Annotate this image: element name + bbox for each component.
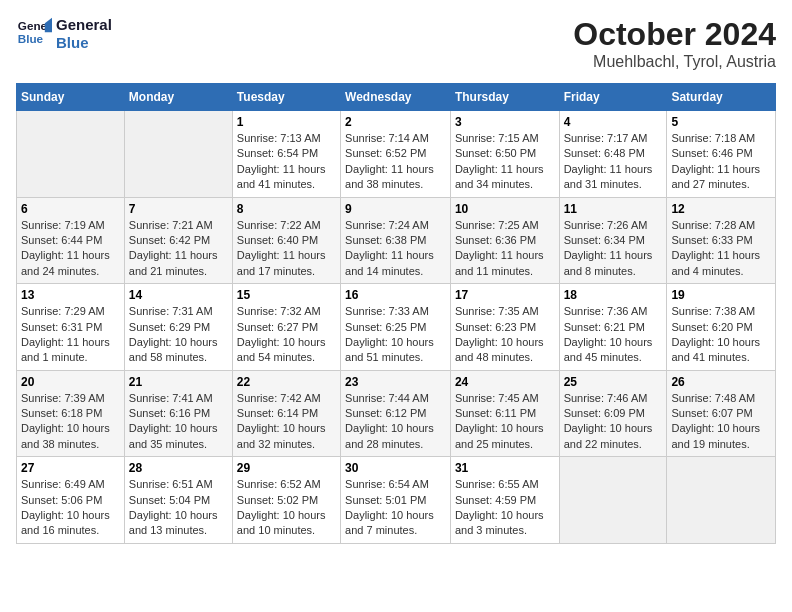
- daylight-text: Daylight: 10 hours and 54 minutes.: [237, 335, 336, 366]
- logo-line1: General: [56, 16, 112, 34]
- sunrise-text: Sunrise: 7:15 AM: [455, 131, 555, 146]
- sunrise-text: Sunrise: 7:25 AM: [455, 218, 555, 233]
- calendar-cell: 29 Sunrise: 6:52 AM Sunset: 5:02 PM Dayl…: [232, 457, 340, 544]
- sunrise-text: Sunrise: 6:54 AM: [345, 477, 446, 492]
- cell-content: Sunrise: 7:45 AM Sunset: 6:11 PM Dayligh…: [455, 391, 555, 453]
- calendar-week-row: 6 Sunrise: 7:19 AM Sunset: 6:44 PM Dayli…: [17, 197, 776, 284]
- sunset-text: Sunset: 4:59 PM: [455, 493, 555, 508]
- day-number: 12: [671, 202, 771, 216]
- sunrise-text: Sunrise: 7:19 AM: [21, 218, 120, 233]
- sunset-text: Sunset: 5:01 PM: [345, 493, 446, 508]
- day-number: 28: [129, 461, 228, 475]
- day-number: 24: [455, 375, 555, 389]
- cell-content: Sunrise: 7:14 AM Sunset: 6:52 PM Dayligh…: [345, 131, 446, 193]
- sunset-text: Sunset: 6:23 PM: [455, 320, 555, 335]
- daylight-text: Daylight: 11 hours and 21 minutes.: [129, 248, 228, 279]
- sunset-text: Sunset: 6:50 PM: [455, 146, 555, 161]
- daylight-text: Daylight: 11 hours and 8 minutes.: [564, 248, 663, 279]
- calendar-cell: 14 Sunrise: 7:31 AM Sunset: 6:29 PM Dayl…: [124, 284, 232, 371]
- daylight-text: Daylight: 10 hours and 3 minutes.: [455, 508, 555, 539]
- daylight-text: Daylight: 11 hours and 14 minutes.: [345, 248, 446, 279]
- sunrise-text: Sunrise: 7:42 AM: [237, 391, 336, 406]
- daylight-text: Daylight: 10 hours and 19 minutes.: [671, 421, 771, 452]
- calendar-cell: 27 Sunrise: 6:49 AM Sunset: 5:06 PM Dayl…: [17, 457, 125, 544]
- sunrise-text: Sunrise: 6:49 AM: [21, 477, 120, 492]
- calendar-cell: 8 Sunrise: 7:22 AM Sunset: 6:40 PM Dayli…: [232, 197, 340, 284]
- sunrise-text: Sunrise: 7:14 AM: [345, 131, 446, 146]
- sunrise-text: Sunrise: 7:35 AM: [455, 304, 555, 319]
- cell-content: Sunrise: 7:13 AM Sunset: 6:54 PM Dayligh…: [237, 131, 336, 193]
- sunset-text: Sunset: 6:33 PM: [671, 233, 771, 248]
- calendar-table: SundayMondayTuesdayWednesdayThursdayFrid…: [16, 83, 776, 544]
- header-saturday: Saturday: [667, 84, 776, 111]
- calendar-cell: 22 Sunrise: 7:42 AM Sunset: 6:14 PM Dayl…: [232, 370, 340, 457]
- daylight-text: Daylight: 10 hours and 28 minutes.: [345, 421, 446, 452]
- sunset-text: Sunset: 5:04 PM: [129, 493, 228, 508]
- daylight-text: Daylight: 10 hours and 58 minutes.: [129, 335, 228, 366]
- cell-content: Sunrise: 7:46 AM Sunset: 6:09 PM Dayligh…: [564, 391, 663, 453]
- calendar-cell: 17 Sunrise: 7:35 AM Sunset: 6:23 PM Dayl…: [450, 284, 559, 371]
- calendar-cell: 7 Sunrise: 7:21 AM Sunset: 6:42 PM Dayli…: [124, 197, 232, 284]
- calendar-cell: [17, 111, 125, 198]
- day-number: 25: [564, 375, 663, 389]
- daylight-text: Daylight: 11 hours and 11 minutes.: [455, 248, 555, 279]
- cell-content: Sunrise: 7:35 AM Sunset: 6:23 PM Dayligh…: [455, 304, 555, 366]
- calendar-cell: 11 Sunrise: 7:26 AM Sunset: 6:34 PM Dayl…: [559, 197, 667, 284]
- sunrise-text: Sunrise: 7:24 AM: [345, 218, 446, 233]
- daylight-text: Daylight: 11 hours and 4 minutes.: [671, 248, 771, 279]
- calendar-cell: 1 Sunrise: 7:13 AM Sunset: 6:54 PM Dayli…: [232, 111, 340, 198]
- daylight-text: Daylight: 10 hours and 35 minutes.: [129, 421, 228, 452]
- sunset-text: Sunset: 6:52 PM: [345, 146, 446, 161]
- sunset-text: Sunset: 6:21 PM: [564, 320, 663, 335]
- sunrise-text: Sunrise: 7:13 AM: [237, 131, 336, 146]
- daylight-text: Daylight: 11 hours and 38 minutes.: [345, 162, 446, 193]
- calendar-cell: 25 Sunrise: 7:46 AM Sunset: 6:09 PM Dayl…: [559, 370, 667, 457]
- day-number: 8: [237, 202, 336, 216]
- sunset-text: Sunset: 6:54 PM: [237, 146, 336, 161]
- cell-content: Sunrise: 7:18 AM Sunset: 6:46 PM Dayligh…: [671, 131, 771, 193]
- sunset-text: Sunset: 5:02 PM: [237, 493, 336, 508]
- daylight-text: Daylight: 10 hours and 48 minutes.: [455, 335, 555, 366]
- calendar-cell: [559, 457, 667, 544]
- cell-content: Sunrise: 7:19 AM Sunset: 6:44 PM Dayligh…: [21, 218, 120, 280]
- daylight-text: Daylight: 10 hours and 45 minutes.: [564, 335, 663, 366]
- header-tuesday: Tuesday: [232, 84, 340, 111]
- sunset-text: Sunset: 6:16 PM: [129, 406, 228, 421]
- calendar-cell: [667, 457, 776, 544]
- day-number: 5: [671, 115, 771, 129]
- calendar-cell: 20 Sunrise: 7:39 AM Sunset: 6:18 PM Dayl…: [17, 370, 125, 457]
- calendar-week-row: 1 Sunrise: 7:13 AM Sunset: 6:54 PM Dayli…: [17, 111, 776, 198]
- sunset-text: Sunset: 6:14 PM: [237, 406, 336, 421]
- header-monday: Monday: [124, 84, 232, 111]
- day-number: 14: [129, 288, 228, 302]
- cell-content: Sunrise: 6:55 AM Sunset: 4:59 PM Dayligh…: [455, 477, 555, 539]
- cell-content: Sunrise: 7:22 AM Sunset: 6:40 PM Dayligh…: [237, 218, 336, 280]
- day-number: 4: [564, 115, 663, 129]
- sunset-text: Sunset: 6:20 PM: [671, 320, 771, 335]
- cell-content: Sunrise: 7:21 AM Sunset: 6:42 PM Dayligh…: [129, 218, 228, 280]
- daylight-text: Daylight: 10 hours and 10 minutes.: [237, 508, 336, 539]
- sunset-text: Sunset: 6:44 PM: [21, 233, 120, 248]
- cell-content: Sunrise: 7:44 AM Sunset: 6:12 PM Dayligh…: [345, 391, 446, 453]
- sunrise-text: Sunrise: 7:41 AM: [129, 391, 228, 406]
- cell-content: Sunrise: 7:26 AM Sunset: 6:34 PM Dayligh…: [564, 218, 663, 280]
- day-number: 27: [21, 461, 120, 475]
- day-number: 11: [564, 202, 663, 216]
- title-block: October 2024 Muehlbachl, Tyrol, Austria: [573, 16, 776, 71]
- sunset-text: Sunset: 6:48 PM: [564, 146, 663, 161]
- cell-content: Sunrise: 6:49 AM Sunset: 5:06 PM Dayligh…: [21, 477, 120, 539]
- calendar-cell: 24 Sunrise: 7:45 AM Sunset: 6:11 PM Dayl…: [450, 370, 559, 457]
- day-number: 19: [671, 288, 771, 302]
- daylight-text: Daylight: 11 hours and 31 minutes.: [564, 162, 663, 193]
- calendar-week-row: 27 Sunrise: 6:49 AM Sunset: 5:06 PM Dayl…: [17, 457, 776, 544]
- day-number: 7: [129, 202, 228, 216]
- daylight-text: Daylight: 11 hours and 27 minutes.: [671, 162, 771, 193]
- calendar-cell: 9 Sunrise: 7:24 AM Sunset: 6:38 PM Dayli…: [341, 197, 451, 284]
- cell-content: Sunrise: 7:33 AM Sunset: 6:25 PM Dayligh…: [345, 304, 446, 366]
- calendar-subtitle: Muehlbachl, Tyrol, Austria: [573, 53, 776, 71]
- calendar-cell: 5 Sunrise: 7:18 AM Sunset: 6:46 PM Dayli…: [667, 111, 776, 198]
- cell-content: Sunrise: 7:42 AM Sunset: 6:14 PM Dayligh…: [237, 391, 336, 453]
- sunrise-text: Sunrise: 7:22 AM: [237, 218, 336, 233]
- sunset-text: Sunset: 6:12 PM: [345, 406, 446, 421]
- sunrise-text: Sunrise: 7:46 AM: [564, 391, 663, 406]
